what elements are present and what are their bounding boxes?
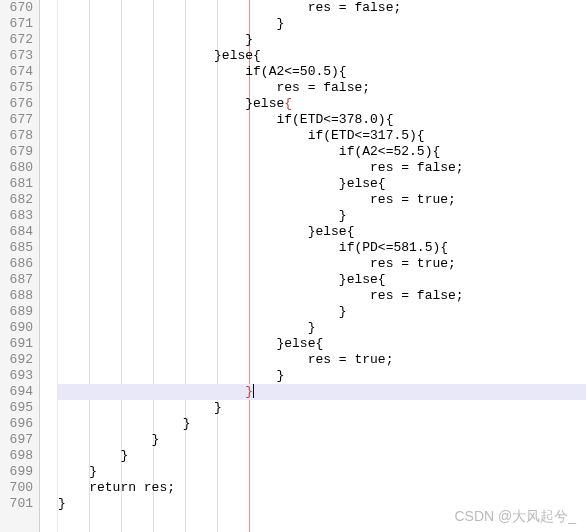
fold-margin (40, 0, 58, 532)
line-number: 678 (0, 128, 33, 144)
code-line[interactable]: } (58, 464, 586, 480)
code-line[interactable]: } (58, 320, 586, 336)
line-number: 687 (0, 272, 33, 288)
code-line[interactable]: }else{ (58, 48, 586, 64)
line-number: 674 (0, 64, 33, 80)
code-line[interactable]: if(PD<=581.5){ (58, 240, 586, 256)
line-number: 683 (0, 208, 33, 224)
code-line[interactable]: res = false; (58, 0, 586, 16)
code-line[interactable]: } (58, 416, 586, 432)
line-number: 689 (0, 304, 33, 320)
code-line[interactable]: } (58, 304, 586, 320)
code-line[interactable]: } (58, 16, 586, 32)
line-number: 675 (0, 80, 33, 96)
text-cursor (253, 384, 254, 398)
code-line[interactable]: } (58, 384, 586, 400)
code-line[interactable]: } (58, 368, 586, 384)
line-number: 692 (0, 352, 33, 368)
line-number: 701 (0, 496, 33, 512)
line-number: 700 (0, 480, 33, 496)
line-number: 697 (0, 432, 33, 448)
line-number: 684 (0, 224, 33, 240)
line-number: 676 (0, 96, 33, 112)
code-line[interactable]: } (58, 432, 586, 448)
line-number: 679 (0, 144, 33, 160)
line-number: 673 (0, 48, 33, 64)
code-line[interactable]: if(A2<=50.5){ (58, 64, 586, 80)
line-number: 696 (0, 416, 33, 432)
code-line[interactable]: return res; (58, 480, 586, 496)
code-line[interactable]: res = false; (58, 80, 586, 96)
line-number: 681 (0, 176, 33, 192)
line-number: 685 (0, 240, 33, 256)
code-line[interactable]: } (58, 448, 586, 464)
code-line[interactable]: res = false; (58, 160, 586, 176)
line-number-gutter: 6706716726736746756766776786796806816826… (0, 0, 40, 532)
line-number: 695 (0, 400, 33, 416)
line-number: 670 (0, 0, 33, 16)
code-line[interactable]: }else{ (58, 96, 586, 112)
line-number: 680 (0, 160, 33, 176)
code-area[interactable]: res = false; } } }else{ if(A2<=50.5){ re… (58, 0, 586, 532)
line-number: 691 (0, 336, 33, 352)
code-line[interactable]: res = false; (58, 288, 586, 304)
code-line[interactable]: }else{ (58, 176, 586, 192)
line-number: 699 (0, 464, 33, 480)
line-number: 682 (0, 192, 33, 208)
code-line[interactable]: if(ETD<=378.0){ (58, 112, 586, 128)
code-line[interactable]: } (58, 400, 586, 416)
line-number: 686 (0, 256, 33, 272)
code-line[interactable]: if(A2<=52.5){ (58, 144, 586, 160)
code-line[interactable]: res = true; (58, 256, 586, 272)
line-number: 677 (0, 112, 33, 128)
code-line[interactable]: res = true; (58, 192, 586, 208)
code-line[interactable]: res = true; (58, 352, 586, 368)
line-number: 672 (0, 32, 33, 48)
line-number: 693 (0, 368, 33, 384)
code-line[interactable]: if(ETD<=317.5){ (58, 128, 586, 144)
code-line[interactable]: }else{ (58, 272, 586, 288)
code-line[interactable]: }else{ (58, 224, 586, 240)
line-number: 698 (0, 448, 33, 464)
code-line[interactable]: } (58, 32, 586, 48)
line-number: 671 (0, 16, 33, 32)
code-line[interactable]: }else{ (58, 336, 586, 352)
line-number: 688 (0, 288, 33, 304)
line-number: 694 (0, 384, 33, 400)
code-line[interactable]: } (58, 208, 586, 224)
code-editor: 6706716726736746756766776786796806816826… (0, 0, 586, 532)
line-number: 690 (0, 320, 33, 336)
watermark-text: CSDN @大风起兮_ (454, 508, 576, 526)
